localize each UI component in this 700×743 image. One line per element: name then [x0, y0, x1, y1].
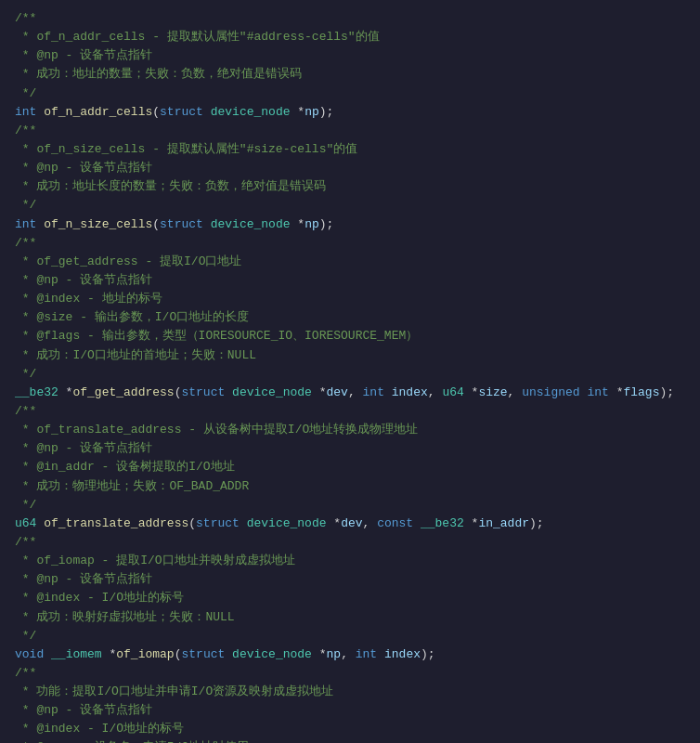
line-21: __be32 *of_get_address(struct device_nod… [15, 384, 685, 402]
line-30: * of_iomap - 提取I/O口地址并映射成虚拟地址 [15, 552, 685, 570]
line-24: * @np - 设备节点指针 [15, 439, 685, 458]
code-container: /** * of_n_addr_cells - 提取默认属性"#address-… [0, 0, 700, 743]
line-6: int of_n_addr_cells(struct device_node *… [15, 103, 685, 122]
line-7: /** [15, 122, 685, 140]
line-3: * @np - 设备节点指针 [15, 46, 685, 65]
line-38: * @np - 设备节点指针 [15, 701, 685, 720]
line-16: * @index - 地址的标号 [15, 290, 685, 308]
line-29: /** [15, 533, 685, 552]
line-9: * @np - 设备节点指针 [15, 159, 685, 177]
line-39: * @index - I/O地址的标号 [15, 720, 685, 738]
line-40: * @name - 设备名，申请I/O地址时使用 [15, 738, 685, 743]
line-1: /** [15, 9, 685, 28]
line-11: */ [15, 196, 685, 215]
line-25: * @in_addr - 设备树提取的I/O地址 [15, 458, 685, 476]
line-22: /** [15, 402, 685, 421]
line-4: * 成功：地址的数量；失败：负数，绝对值是错误码 [15, 65, 685, 84]
line-2: * of_n_addr_cells - 提取默认属性"#address-cell… [15, 28, 685, 46]
line-10: * 成功：地址长度的数量；失败：负数，绝对值是错误码 [15, 177, 685, 196]
line-8: * of_n_size_cells - 提取默认属性"#size-cells"的… [15, 140, 685, 159]
line-19: * 成功：I/O口地址的首地址；失败：NULL [15, 346, 685, 365]
line-13: /** [15, 234, 685, 253]
line-32: * @index - I/O地址的标号 [15, 589, 685, 607]
line-33: * 成功：映射好虚拟地址；失败：NULL [15, 608, 685, 627]
line-36: /** [15, 664, 685, 683]
line-35: void __iomem *of_iomap(struct device_nod… [15, 645, 685, 664]
line-17: * @size - 输出参数，I/O口地址的长度 [15, 308, 685, 327]
line-27: */ [15, 496, 685, 515]
line-18: * @flags - 输出参数，类型（IORESOURCE_IO、IORESOU… [15, 327, 685, 345]
line-37: * 功能：提取I/O口地址并申请I/O资源及映射成虚拟地址 [15, 683, 685, 701]
line-34: */ [15, 627, 685, 645]
line-23: * of_translate_address - 从设备树中提取I/O地址转换成… [15, 421, 685, 439]
line-14: * of_get_address - 提取I/O口地址 [15, 253, 685, 271]
line-20: */ [15, 365, 685, 384]
line-31: * @np - 设备节点指针 [15, 570, 685, 589]
line-26: * 成功：物理地址；失败：OF_BAD_ADDR [15, 477, 685, 496]
line-28: u64 of_translate_address(struct device_n… [15, 515, 685, 533]
line-5: */ [15, 85, 685, 103]
line-12: int of_n_size_cells(struct device_node *… [15, 215, 685, 234]
line-15: * @np - 设备节点指针 [15, 271, 685, 290]
